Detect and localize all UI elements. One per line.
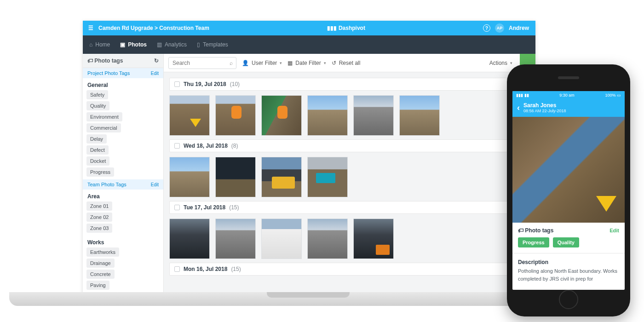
project-tags-section[interactable]: Project Photo Tags Edit xyxy=(83,68,163,78)
chart-icon: ▥ xyxy=(157,41,162,48)
phone-desc-label: Description xyxy=(518,259,619,265)
checkbox[interactable] xyxy=(174,266,180,272)
date-label: Tue 17, Jul 2018 xyxy=(184,204,225,211)
photo-count: (15) xyxy=(229,204,239,211)
actions-menu[interactable]: Actions▾ xyxy=(489,60,512,66)
calendar-icon: ▦ xyxy=(288,60,293,66)
date-label: Mon 16, Jul 2018 xyxy=(184,266,227,272)
nav-home[interactable]: ⌂Home xyxy=(89,41,110,48)
reset-icon: ↺ xyxy=(332,60,336,66)
nav-photos[interactable]: ▣Photos xyxy=(120,41,147,48)
search-field[interactable] xyxy=(168,57,236,69)
tag-chip[interactable]: Commercial xyxy=(86,123,121,132)
phone-user-name: Sarah Jones xyxy=(523,102,566,109)
phone-mockup: ▮▮▮ ▮▮ 9:30 am 100% ▭ ‹ Sarah Jones 08:5… xyxy=(507,64,630,316)
help-icon[interactable]: ? xyxy=(483,24,490,32)
checkbox[interactable] xyxy=(174,81,180,87)
phone-tag-chip[interactable]: Quality xyxy=(553,237,579,247)
date-group-header[interactable]: Wed 18, Jul 2018 (8) xyxy=(169,139,530,152)
chevron-down-icon: ▾ xyxy=(324,61,326,65)
team-tags-section[interactable]: Team Photo Tags Edit xyxy=(83,179,163,190)
checkbox[interactable] xyxy=(174,143,180,149)
tag-chip[interactable]: Safety xyxy=(86,90,108,99)
phone-screen: ▮▮▮ ▮▮ 9:30 am 100% ▭ ‹ Sarah Jones 08:5… xyxy=(512,91,625,290)
toolbar: ⌕ 👤User Filter▾ ▦Date Filter▾ ↺Reset all… xyxy=(164,54,535,72)
tag-chip[interactable]: Zone 03 xyxy=(86,224,112,233)
back-icon[interactable]: ‹ xyxy=(517,103,520,113)
tags-icon: 🏷 xyxy=(518,227,523,234)
tag-chip[interactable]: Earthworks xyxy=(86,247,119,257)
phone-header: ‹ Sarah Jones 08:56 AM 22-July-2018 xyxy=(512,99,625,117)
reset-all[interactable]: ↺Reset all xyxy=(332,60,361,66)
tag-chip[interactable]: Docket xyxy=(86,156,109,166)
phone-photo[interactable] xyxy=(512,117,625,223)
photo-thumbnail[interactable] xyxy=(307,157,348,197)
home-icon: ⌂ xyxy=(89,41,92,48)
checkbox[interactable] xyxy=(174,205,180,210)
date-group-header[interactable]: Mon 16, Jul 2018 (15) xyxy=(169,263,530,276)
signal-icon: ▮▮▮ ▮▮ xyxy=(516,93,529,98)
nav-templates[interactable]: ▯Templates xyxy=(197,41,228,48)
photo-count: (15) xyxy=(231,266,241,272)
breadcrumb[interactable]: Camden Rd Upgrade > Construction Team xyxy=(98,25,209,31)
photo-thumbnail[interactable] xyxy=(261,218,302,259)
photo-thumbnail[interactable] xyxy=(169,218,210,259)
tag-chip[interactable]: Progress xyxy=(86,167,114,177)
app-window: ☰ Camden Rd Upgrade > Construction Team … xyxy=(83,21,535,293)
photo-thumbnail[interactable] xyxy=(353,95,394,136)
date-group-header[interactable]: Thu 19, Jul 2018 (10) xyxy=(169,78,530,91)
photo-thumbnail[interactable] xyxy=(353,218,394,259)
phone-status-bar: ▮▮▮ ▮▮ 9:30 am 100% ▭ xyxy=(512,91,625,99)
photo-thumbnail[interactable] xyxy=(215,95,256,136)
content: ⌕ 👤User Filter▾ ▦Date Filter▾ ↺Reset all… xyxy=(164,54,535,293)
refresh-icon[interactable]: ↻ xyxy=(154,58,159,64)
file-icon: ▯ xyxy=(197,41,200,48)
photo-thumbnail[interactable] xyxy=(307,218,348,259)
edit-team-tags[interactable]: Edit xyxy=(151,182,159,187)
sidebar: 🏷 Photo tags ↻ Project Photo Tags Edit G… xyxy=(83,54,164,293)
tag-chip[interactable]: Zone 02 xyxy=(86,213,112,222)
tag-chip[interactable]: Paving xyxy=(86,281,109,290)
date-label: Wed 18, Jul 2018 xyxy=(184,143,228,149)
tag-chip[interactable]: Delay xyxy=(86,134,107,144)
date-filter[interactable]: ▦Date Filter▾ xyxy=(288,60,326,66)
logo-icon: ▮▮▮ xyxy=(327,25,337,31)
nav-bar: ⌂Home ▣Photos ▥Analytics ▯Templates xyxy=(83,35,535,54)
tag-chip[interactable]: Quality xyxy=(86,101,109,110)
photo-thumbnail[interactable] xyxy=(399,95,440,136)
user-name[interactable]: Andrew xyxy=(509,25,529,31)
tag-chip[interactable]: Drainage xyxy=(86,259,115,268)
photo-thumbnail[interactable] xyxy=(261,157,302,197)
photo-thumbnail[interactable] xyxy=(261,95,302,136)
avatar[interactable]: AP xyxy=(495,23,504,33)
photo-thumbnail[interactable] xyxy=(307,95,348,136)
edit-project-tags[interactable]: Edit xyxy=(151,71,159,76)
battery-icon: 100% ▭ xyxy=(605,93,621,98)
hamburger-icon[interactable]: ☰ xyxy=(83,25,98,31)
chevron-down-icon: ▾ xyxy=(280,61,282,65)
phone-desc-body: Potholing along North East boundary. Wor… xyxy=(518,267,619,282)
tag-chip[interactable]: Zone 01 xyxy=(86,201,112,211)
user-filter[interactable]: 👤User Filter▾ xyxy=(242,60,282,66)
nav-analytics[interactable]: ▥Analytics xyxy=(157,41,187,48)
app-header: ☰ Camden Rd Upgrade > Construction Team … xyxy=(83,21,535,35)
photo-count: (10) xyxy=(230,81,240,87)
phone-tag-chip[interactable]: Progress xyxy=(518,237,549,247)
tag-chip[interactable]: Defect xyxy=(86,145,109,155)
group-title: Works xyxy=(83,236,163,247)
phone-timestamp: 08:56 AM 22-July-2018 xyxy=(523,109,566,113)
tag-chip[interactable]: Environment xyxy=(86,112,122,121)
date-group-header[interactable]: Tue 17, Jul 2018 (15) xyxy=(169,201,530,214)
status-time: 9:30 am xyxy=(559,93,575,98)
photo-thumbnail[interactable] xyxy=(215,218,256,259)
tag-chip[interactable]: Concrete xyxy=(86,270,115,279)
group-title: General xyxy=(83,78,163,90)
camera-icon: ▣ xyxy=(120,41,125,48)
phone-edit-tags[interactable]: Edit xyxy=(610,228,619,233)
photo-thumbnail[interactable] xyxy=(169,157,210,197)
group-title: Area xyxy=(83,190,163,201)
search-input[interactable]: ⌕ xyxy=(168,57,236,69)
photo-thumbnail[interactable] xyxy=(169,95,210,136)
app-title: ▮▮▮Dashpivot xyxy=(209,25,483,31)
photo-thumbnail[interactable] xyxy=(215,157,256,197)
